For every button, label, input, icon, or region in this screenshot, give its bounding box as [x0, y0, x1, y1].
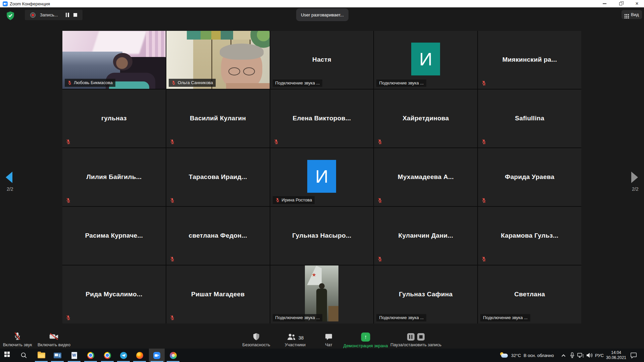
minimize-button[interactable]	[599, 0, 610, 7]
participant-tile[interactable]: Василий Кулагин	[166, 89, 270, 147]
desktop: { "window": { "title": "Zoom Конференция…	[0, 0, 644, 362]
participant-tile[interactable]: Лилия Байгиль...	[62, 148, 166, 206]
zoom-taskbar-button[interactable]	[149, 349, 165, 362]
participant-tile[interactable]: Рида Мусалимо...	[62, 265, 166, 323]
taskbar-search-button[interactable]	[16, 349, 31, 362]
next-page-arrow[interactable]	[631, 172, 638, 183]
participant-tile[interactable]: Елена Викторов...	[270, 89, 374, 147]
audio-status-label: Подключение звука ...	[273, 79, 323, 87]
audio-status-label: Подключение звука ...	[376, 79, 426, 87]
keyboard-language[interactable]: РУС	[594, 349, 604, 362]
mic-muted-icon	[13, 332, 21, 341]
file-explorer-taskbar-button[interactable]	[34, 349, 49, 362]
word-taskbar-button[interactable]: W	[67, 349, 82, 362]
participant-tile[interactable]: Светлана Подключение звука ...	[478, 265, 581, 323]
share-screen-button[interactable]: ↑ Демонстрация экрана	[343, 333, 388, 348]
participant-tile[interactable]: И Ирина Ростова	[270, 148, 374, 206]
restore-button[interactable]	[615, 0, 626, 7]
tray-overflow-chevron[interactable]	[559, 349, 568, 362]
muted-mic-icon	[481, 197, 486, 203]
paint-taskbar-button[interactable]	[166, 349, 180, 362]
participant-tile[interactable]: Фарида Ураева	[478, 148, 581, 206]
action-center-button[interactable]	[629, 349, 639, 362]
clock-time: 14:04	[611, 350, 621, 355]
page-indicator-left: 2/2	[7, 186, 13, 192]
speaker-icon	[586, 352, 593, 358]
zoom-app-icon	[3, 1, 8, 6]
participant-tile[interactable]: Миякинский ра...	[478, 31, 581, 89]
participant-tile[interactable]: Расима Курпаче...	[62, 207, 166, 265]
weather-widget[interactable]: 32°C В осн. облачно	[500, 349, 554, 362]
participant-tile[interactable]: И Подключение звука ...	[374, 31, 477, 89]
participant-name: Светлана	[478, 290, 581, 298]
stop-recording-icon[interactable]	[417, 333, 425, 341]
participant-tile[interactable]: Гульназ Насыро...	[270, 207, 374, 265]
file-explorer-icon	[38, 353, 45, 358]
muted-mic-icon	[170, 315, 175, 321]
participant-tile[interactable]: Карамова Гульз...	[478, 207, 581, 265]
chat-button[interactable]: Чат	[325, 333, 332, 347]
participant-name: Лилия Байгиль...	[62, 173, 166, 180]
security-label: Безопасность	[243, 342, 270, 347]
recording-pause-button[interactable]	[66, 13, 69, 17]
muted-mic-icon	[171, 80, 176, 85]
muted-mic-icon	[170, 197, 175, 203]
security-button[interactable]: Безопасность	[243, 333, 270, 347]
pause-stop-recording-label: Пауза/остановить запись	[390, 342, 441, 347]
participant-tile[interactable]: светлана Федон...	[166, 207, 270, 265]
participant-name: Рида Мусалимо...	[62, 290, 166, 298]
muted-mic-icon	[481, 256, 486, 262]
participant-tile[interactable]: Настя Подключение звука ...	[270, 31, 374, 89]
recording-stop-button[interactable]	[73, 13, 77, 17]
muted-mic-icon	[377, 139, 382, 145]
participant-name: Василий Кулагин	[166, 114, 270, 122]
taskbar-clock[interactable]: 14:04 30.06.2021	[606, 349, 627, 362]
chat-bubble-icon	[325, 334, 332, 341]
participant-tile[interactable]: ★ Подключение звука ...	[270, 265, 374, 323]
firefox-taskbar-button[interactable]	[132, 349, 147, 362]
muted-mic-icon	[275, 197, 280, 203]
participant-tile[interactable]: Любовь Бикмасова	[62, 31, 166, 89]
name-label: Любовь Бикмасова	[65, 79, 115, 87]
audio-status-label: Подключение звука ...	[273, 314, 323, 321]
previous-page-arrow[interactable]	[6, 172, 12, 183]
telegram-icon	[120, 352, 127, 359]
photo-viewer-taskbar-button[interactable]	[50, 349, 65, 362]
word-icon: W	[71, 352, 77, 359]
participant-tile[interactable]: гульназ	[62, 89, 166, 147]
participant-tile[interactable]: Гульназ Сафина Подключение звука ...	[374, 265, 477, 323]
participant-tile[interactable]: Мухамадеева А...	[374, 148, 477, 206]
tray-network-indicator[interactable]	[576, 349, 585, 362]
name-label: Ирина Ростова	[273, 196, 315, 204]
zoom-icon	[153, 352, 160, 359]
participant-tile[interactable]: Тарасова Ираид...	[166, 148, 270, 206]
recording-indicator: Запись...	[25, 10, 83, 20]
participant-tile[interactable]: Хайретдинова	[374, 89, 477, 147]
participant-name: Елена Викторов...	[270, 114, 374, 122]
tray-volume-indicator[interactable]	[585, 349, 594, 362]
participant-tile[interactable]: Safiullina	[478, 89, 581, 147]
participant-name: Фарида Ураева	[478, 173, 581, 180]
chrome-taskbar-button[interactable]	[83, 349, 98, 362]
close-button[interactable]: ×	[631, 0, 643, 7]
participants-button[interactable]: 38 Участники	[285, 333, 306, 347]
participant-tile[interactable]: Ольга Санникова	[166, 31, 270, 89]
participant-name: Ольга Санникова	[178, 80, 213, 85]
muted-mic-icon	[481, 80, 486, 86]
telegram-taskbar-button[interactable]	[116, 349, 131, 362]
start-video-button[interactable]: Включить видео	[38, 333, 70, 347]
tray-mic-indicator[interactable]	[568, 349, 576, 362]
pause-stop-recording-button[interactable]: Пауза/остановить запись	[390, 333, 441, 347]
participant-tile[interactable]: Куланчин Дани...	[374, 207, 477, 265]
view-button[interactable]: Вид	[622, 10, 642, 19]
meeting-toolbar: Включить звук Включить видео Безопасност…	[0, 330, 644, 349]
muted-mic-icon	[66, 197, 71, 203]
participant-tile[interactable]: Ришат Магадеев	[166, 265, 270, 323]
start-button[interactable]	[1, 349, 15, 362]
pause-recording-icon[interactable]	[407, 333, 415, 341]
chrome-2-taskbar-button[interactable]	[100, 349, 115, 362]
participant-name: Миякинский ра...	[478, 56, 581, 63]
unmute-button[interactable]: Включить звук	[3, 333, 32, 347]
encryption-shield-icon[interactable]	[6, 11, 15, 20]
participant-name: Мухамадеева А...	[374, 173, 477, 180]
